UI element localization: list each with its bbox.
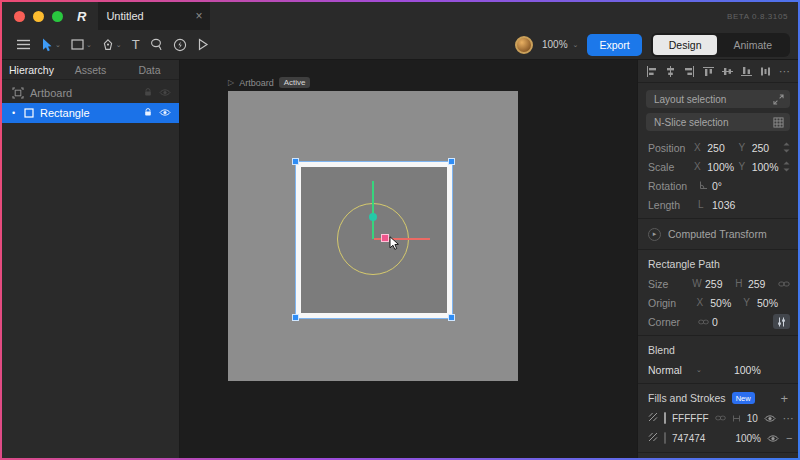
blend-label: Blend <box>648 344 675 356</box>
stroke-width-field[interactable]: 10 <box>747 413 758 424</box>
avatar[interactable] <box>515 36 533 54</box>
corner-field[interactable]: 0 <box>712 316 746 328</box>
traffic-lights <box>2 11 63 22</box>
more-alignment-button[interactable]: ⋯ <box>779 65 790 78</box>
stepper-icon[interactable] <box>783 161 790 172</box>
lock-icon[interactable] <box>143 107 153 119</box>
stroke-color-swatch[interactable] <box>664 412 666 424</box>
minimize-window-button[interactable] <box>33 11 44 22</box>
link-corners-icon[interactable] <box>698 317 709 327</box>
selection-handle-top-left[interactable] <box>292 158 299 165</box>
document-tab-title: Untitled <box>106 10 143 22</box>
position-y-field[interactable]: 250 <box>752 142 783 154</box>
scale-gizmo-handle[interactable] <box>381 234 389 242</box>
align-top-button[interactable] <box>703 66 714 77</box>
document-tab[interactable]: Untitled × <box>98 2 210 30</box>
beta-version-label: BETA 0.8.3105 <box>727 12 798 21</box>
nslice-selection-button[interactable]: N-Slice selection <box>646 113 790 131</box>
eye-icon[interactable] <box>159 107 171 119</box>
shape-tool[interactable]: ⌄ <box>66 33 97 57</box>
advanced-corners-toggle[interactable] <box>773 314 790 329</box>
tab-data[interactable]: Data <box>120 64 179 76</box>
hierarchy-sidebar: Hierarchy Assets Data Artboard • <box>2 60 180 458</box>
tree-row-artboard[interactable]: Artboard <box>2 83 179 103</box>
selection-handle-bottom-right[interactable] <box>448 314 455 321</box>
stepper-icon[interactable] <box>783 142 790 153</box>
lock-icon[interactable] <box>143 87 153 99</box>
align-middle-v-button[interactable] <box>722 66 733 77</box>
size-h-field[interactable]: 259 <box>748 278 778 290</box>
scale-y-field[interactable]: 100% <box>752 161 783 173</box>
blend-opacity-field[interactable]: 100% <box>734 364 768 376</box>
origin-y-field[interactable]: 50% <box>757 297 790 309</box>
computed-transform-row[interactable]: ▸ Computed Transform <box>638 223 798 245</box>
chevron-down-icon: ⌄ <box>55 41 61 48</box>
chevron-down-icon: ⌄ <box>116 41 122 48</box>
blend-mode-select[interactable]: Normal <box>648 364 692 376</box>
remove-fill-button[interactable]: − <box>786 432 792 444</box>
size-w-field[interactable]: 259 <box>705 278 735 290</box>
layout-selection-button[interactable]: Layout selection <box>646 90 790 108</box>
zoom-level: 100% <box>542 39 568 50</box>
y-axis-gizmo-line[interactable] <box>372 181 374 239</box>
position-x-field[interactable]: 250 <box>707 142 738 154</box>
zoom-window-button[interactable] <box>52 11 63 22</box>
selection-handle-top-right[interactable] <box>448 158 455 165</box>
window-gradient-frame: R Untitled × BETA 0.8.3105 ⌄ ⌄ <box>0 0 800 460</box>
tab-assets[interactable]: Assets <box>61 64 120 76</box>
tree-row-rectangle[interactable]: • Rectangle <box>2 103 179 123</box>
tab-design[interactable]: Design <box>653 35 718 55</box>
lasso-tool[interactable] <box>145 33 168 57</box>
close-window-button[interactable] <box>14 11 25 22</box>
fill-style-icon <box>648 432 658 444</box>
stroke-options-button[interactable]: ⋯ <box>783 412 794 425</box>
align-center-h-button[interactable] <box>665 66 676 77</box>
zoom-control[interactable]: 100% ⌄ <box>542 39 578 50</box>
play-tool[interactable] <box>192 33 214 57</box>
corner-label: Corner <box>648 316 698 328</box>
fill-hex-field[interactable]: 747474 <box>672 433 705 444</box>
nine-slice-grid-icon <box>773 117 784 128</box>
length-field[interactable]: 1036 <box>712 199 746 211</box>
stroke-row[interactable]: FFFFFF 10 ⋯ <box>638 408 798 428</box>
add-fill-button[interactable]: + <box>780 392 788 405</box>
menu-button[interactable] <box>12 33 35 57</box>
origin-gizmo-dot[interactable] <box>369 213 377 221</box>
pen-tool[interactable]: ⌄ <box>97 33 127 57</box>
select-tool[interactable]: ⌄ <box>35 33 66 57</box>
selection-handle-bottom-left[interactable] <box>292 314 299 321</box>
rotation-field[interactable]: 0° <box>712 180 746 192</box>
text-tool[interactable]: T <box>127 33 145 57</box>
x-key: X <box>694 142 704 153</box>
distribute-h-button[interactable] <box>760 66 771 77</box>
selection-mode-pills: Layout selection N-Slice selection <box>638 83 798 138</box>
link-dimensions-icon[interactable] <box>778 279 790 289</box>
eye-icon[interactable] <box>767 434 779 443</box>
align-left-button[interactable] <box>646 66 657 77</box>
divider <box>638 452 798 453</box>
align-right-button[interactable] <box>684 66 695 77</box>
eye-icon[interactable] <box>764 414 776 423</box>
detach-link-icon[interactable] <box>715 413 726 423</box>
scale-x-field[interactable]: 100% <box>707 161 738 173</box>
origin-x-field[interactable]: 50% <box>710 297 743 309</box>
canvas-viewport[interactable]: ▷ Artboard Active <box>180 60 637 458</box>
fill-row[interactable]: 747474 100% − <box>638 428 798 448</box>
tab-animate[interactable]: Animate <box>717 35 788 55</box>
export-button[interactable]: Export <box>587 34 641 56</box>
chevron-down-icon: ⌄ <box>696 366 702 374</box>
close-tab-icon[interactable]: × <box>195 10 202 22</box>
y-key: Y <box>743 297 754 308</box>
eye-icon[interactable] <box>159 87 171 99</box>
events-tool[interactable] <box>168 33 192 57</box>
fill-color-swatch[interactable] <box>664 432 666 444</box>
tab-hierarchy[interactable]: Hierarchy <box>2 64 61 76</box>
rotation-row: Rotation 0° <box>638 176 798 195</box>
fill-opacity-field[interactable]: 100% <box>735 433 761 444</box>
divider <box>638 335 798 336</box>
fills-strokes-header: Fills and Strokes New + <box>638 388 798 408</box>
align-bottom-button[interactable] <box>741 66 752 77</box>
artboard-header[interactable]: ▷ Artboard Active <box>228 77 310 88</box>
lightning-circle-icon <box>173 38 187 52</box>
stroke-hex-field[interactable]: FFFFFF <box>672 413 709 424</box>
